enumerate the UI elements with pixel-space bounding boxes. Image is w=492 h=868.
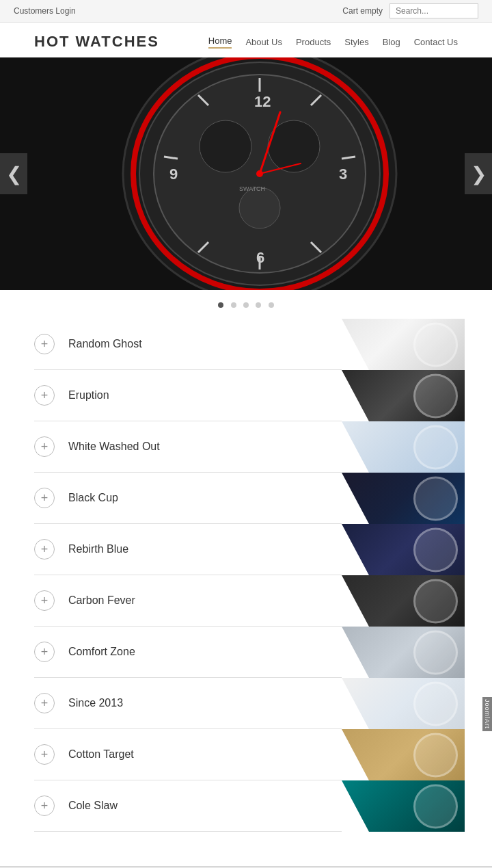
top-bar: Customers Login Cart empty	[0, 0, 492, 23]
product-thumb-since-2013[interactable]	[342, 678, 465, 729]
expand-comfort-zone-button[interactable]: +	[34, 642, 55, 662]
slider-dots	[0, 290, 492, 319]
product-thumb-carbon-fever[interactable]	[342, 575, 465, 627]
dot-4[interactable]	[256, 302, 261, 308]
product-thumb-cotton-target[interactable]	[342, 729, 465, 780]
dot-2[interactable]	[231, 302, 236, 308]
product-thumb-cole-slaw[interactable]	[342, 780, 465, 832]
nav-home[interactable]: Home	[208, 36, 232, 49]
expand-rebirth-blue-button[interactable]: +	[34, 539, 55, 560]
product-item-comfort-zone: + Comfort Zone	[34, 627, 458, 678]
cart-status: Cart empty	[342, 6, 383, 16]
product-item-since-2013: + Since 2013	[34, 678, 458, 729]
product-thumb-black-cup[interactable]	[342, 473, 465, 524]
svg-point-4	[200, 120, 251, 172]
nav-contact[interactable]: Contact Us	[414, 37, 458, 47]
hero-slider: ❮ 12	[0, 57, 492, 290]
logo[interactable]: HOT WATCHES	[34, 33, 159, 51]
nav-blog[interactable]: Blog	[383, 37, 400, 47]
search-input[interactable]	[390, 3, 478, 18]
product-item-random-ghost: + Random Ghost	[34, 319, 458, 370]
nav-about[interactable]: About Us	[245, 37, 282, 47]
header: HOT WATCHES Home About Us Products Style…	[0, 23, 492, 57]
expand-carbon-fever-button[interactable]: +	[34, 590, 55, 611]
main-nav: Home About Us Products Styles Blog Conta…	[208, 36, 458, 49]
expand-cole-slaw-button[interactable]: +	[34, 795, 55, 816]
product-item-black-cup: + Black Cup	[34, 473, 458, 524]
dot-5[interactable]	[269, 302, 274, 308]
product-list: + Random Ghost + Eruption + White Washed…	[0, 319, 492, 832]
slider-next-button[interactable]: ❯	[465, 153, 492, 194]
product-item-rebirth-blue: + Rebirth Blue	[34, 524, 458, 575]
dot-1[interactable]	[218, 302, 223, 308]
product-item-carbon-fever: + Carbon Fever	[34, 575, 458, 627]
joomla-watermark: JoomlArt	[482, 697, 492, 731]
hero-watch-svg: 12 3 6 9 SWATCH	[68, 57, 424, 290]
expand-since-2013-button[interactable]: +	[34, 693, 55, 713]
svg-text:9: 9	[169, 166, 178, 183]
svg-point-6	[239, 187, 280, 228]
expand-eruption-button[interactable]: +	[34, 385, 55, 406]
expand-black-cup-button[interactable]: +	[34, 488, 55, 508]
expand-cotton-target-button[interactable]: +	[34, 744, 55, 765]
svg-text:SWATCH: SWATCH	[239, 185, 265, 192]
nav-products[interactable]: Products	[296, 37, 331, 47]
svg-text:12: 12	[254, 93, 271, 110]
expand-random-ghost-button[interactable]: +	[34, 334, 55, 354]
product-item-white-washed-out: + White Washed Out	[34, 421, 458, 473]
product-thumb-random-ghost[interactable]	[342, 319, 465, 370]
product-item-cotton-target: + Cotton Target	[34, 729, 458, 780]
product-item-eruption: + Eruption	[34, 370, 458, 421]
slider-prev-button[interactable]: ❮	[0, 153, 27, 194]
product-thumb-eruption[interactable]	[342, 370, 465, 421]
hero-image: 12 3 6 9 SWATCH	[0, 57, 492, 290]
product-thumb-white-washed-out[interactable]	[342, 421, 465, 473]
nav-styles[interactable]: Styles	[344, 37, 368, 47]
svg-text:6: 6	[256, 249, 264, 266]
product-thumb-comfort-zone[interactable]	[342, 627, 465, 678]
svg-text:3: 3	[339, 166, 347, 183]
dot-3[interactable]	[243, 302, 249, 308]
product-thumb-rebirth-blue[interactable]	[342, 524, 465, 575]
expand-white-washed-out-button[interactable]: +	[34, 436, 55, 457]
svg-point-21	[256, 170, 263, 177]
product-item-cole-slaw: + Cole Slaw	[34, 780, 458, 832]
customers-login-link[interactable]: Customers Login	[14, 6, 76, 16]
